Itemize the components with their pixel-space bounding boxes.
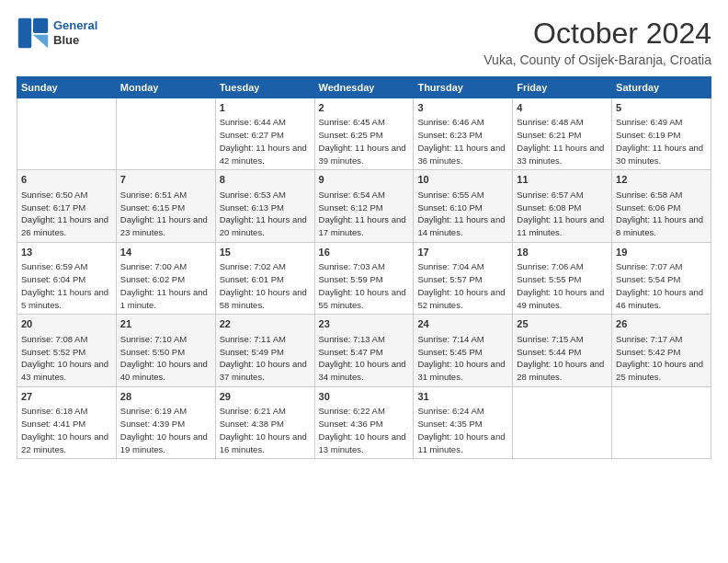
calendar-cell: 10Sunrise: 6:55 AM Sunset: 6:10 PM Dayli…	[414, 170, 513, 242]
day-info: Sunrise: 6:59 AM Sunset: 6:04 PM Dayligh…	[21, 260, 112, 311]
day-info: Sunrise: 7:13 AM Sunset: 5:47 PM Dayligh…	[319, 333, 410, 384]
calendar-cell: 27Sunrise: 6:18 AM Sunset: 4:41 PM Dayli…	[17, 386, 117, 458]
calendar-cell: 29Sunrise: 6:21 AM Sunset: 4:38 PM Dayli…	[215, 386, 314, 458]
day-info: Sunrise: 7:03 AM Sunset: 5:59 PM Dayligh…	[319, 260, 410, 311]
day-number: 12	[616, 173, 707, 187]
calendar-cell: 24Sunrise: 7:14 AM Sunset: 5:45 PM Dayli…	[414, 315, 513, 386]
day-info: Sunrise: 6:24 AM Sunset: 4:35 PM Dayligh…	[417, 405, 508, 455]
calendar-week-row: 1Sunrise: 6:44 AM Sunset: 6:27 PM Daylig…	[17, 98, 711, 170]
day-number: 15	[220, 246, 311, 259]
day-number: 24	[417, 317, 508, 331]
day-number: 1	[220, 101, 311, 115]
day-info: Sunrise: 7:07 AM Sunset: 5:54 PM Dayligh…	[616, 260, 707, 311]
day-number: 30	[319, 390, 410, 404]
logo-text: General Blue	[53, 18, 97, 47]
day-info: Sunrise: 7:06 AM Sunset: 5:55 PM Dayligh…	[517, 260, 608, 311]
calendar-cell: 4Sunrise: 6:48 AM Sunset: 6:21 PM Daylig…	[513, 98, 612, 170]
day-number: 19	[616, 246, 707, 259]
calendar-week-row: 27Sunrise: 6:18 AM Sunset: 4:41 PM Dayli…	[17, 386, 711, 458]
day-info: Sunrise: 7:10 AM Sunset: 5:50 PM Dayligh…	[120, 333, 211, 384]
day-number: 9	[319, 173, 410, 187]
calendar-cell	[116, 98, 215, 170]
weekday-header: Thursday	[414, 77, 513, 98]
day-number: 27	[21, 390, 112, 404]
day-number: 23	[319, 317, 410, 331]
day-number: 11	[517, 173, 608, 187]
day-number: 29	[220, 390, 311, 404]
day-number: 26	[616, 317, 707, 331]
day-info: Sunrise: 7:02 AM Sunset: 6:01 PM Dayligh…	[220, 260, 311, 311]
logo: General Blue	[17, 17, 97, 50]
day-number: 14	[120, 246, 211, 259]
calendar-cell: 26Sunrise: 7:17 AM Sunset: 5:42 PM Dayli…	[612, 315, 711, 386]
weekday-header: Saturday	[612, 77, 711, 98]
day-number: 4	[517, 101, 608, 115]
calendar-cell: 7Sunrise: 6:51 AM Sunset: 6:15 PM Daylig…	[116, 170, 215, 242]
calendar-cell: 28Sunrise: 6:19 AM Sunset: 4:39 PM Dayli…	[116, 386, 215, 458]
day-info: Sunrise: 6:19 AM Sunset: 4:39 PM Dayligh…	[120, 405, 211, 455]
calendar-cell: 8Sunrise: 6:53 AM Sunset: 6:13 PM Daylig…	[215, 170, 314, 242]
calendar-cell: 2Sunrise: 6:45 AM Sunset: 6:25 PM Daylig…	[314, 98, 414, 170]
calendar: SundayMondayTuesdayWednesdayThursdayFrid…	[17, 76, 711, 459]
day-info: Sunrise: 7:15 AM Sunset: 5:44 PM Dayligh…	[517, 333, 608, 384]
day-info: Sunrise: 6:51 AM Sunset: 6:15 PM Dayligh…	[120, 189, 211, 239]
calendar-cell	[513, 386, 612, 458]
calendar-cell: 20Sunrise: 7:08 AM Sunset: 5:52 PM Dayli…	[17, 315, 117, 386]
title-section: October 2024 Vuka, County of Osijek-Bara…	[483, 17, 711, 67]
weekday-header: Tuesday	[215, 77, 314, 98]
calendar-cell: 1Sunrise: 6:44 AM Sunset: 6:27 PM Daylig…	[215, 98, 314, 170]
calendar-cell: 30Sunrise: 6:22 AM Sunset: 4:36 PM Dayli…	[314, 386, 414, 458]
day-number: 20	[21, 317, 112, 331]
calendar-cell: 22Sunrise: 7:11 AM Sunset: 5:49 PM Dayli…	[215, 315, 314, 386]
page: General Blue October 2024 Vuka, County o…	[0, 0, 728, 468]
day-info: Sunrise: 7:00 AM Sunset: 6:02 PM Dayligh…	[120, 260, 211, 311]
calendar-cell: 15Sunrise: 7:02 AM Sunset: 6:01 PM Dayli…	[215, 242, 314, 314]
day-info: Sunrise: 6:18 AM Sunset: 4:41 PM Dayligh…	[21, 405, 112, 455]
calendar-cell	[17, 98, 117, 170]
day-info: Sunrise: 6:48 AM Sunset: 6:21 PM Dayligh…	[517, 116, 608, 167]
day-number: 31	[417, 390, 508, 404]
calendar-cell: 14Sunrise: 7:00 AM Sunset: 6:02 PM Dayli…	[116, 242, 215, 314]
day-info: Sunrise: 6:21 AM Sunset: 4:38 PM Dayligh…	[220, 405, 311, 455]
day-number: 13	[21, 246, 112, 259]
day-number: 6	[21, 173, 112, 187]
weekday-header: Friday	[513, 77, 612, 98]
day-info: Sunrise: 6:53 AM Sunset: 6:13 PM Dayligh…	[220, 189, 311, 239]
day-info: Sunrise: 7:08 AM Sunset: 5:52 PM Dayligh…	[21, 333, 112, 384]
day-number: 28	[120, 390, 211, 404]
day-info: Sunrise: 6:22 AM Sunset: 4:36 PM Dayligh…	[319, 405, 410, 455]
location: Vuka, County of Osijek-Baranja, Croatia	[483, 52, 711, 67]
calendar-cell: 3Sunrise: 6:46 AM Sunset: 6:23 PM Daylig…	[414, 98, 513, 170]
calendar-cell: 5Sunrise: 6:49 AM Sunset: 6:19 PM Daylig…	[612, 98, 711, 170]
day-info: Sunrise: 6:55 AM Sunset: 6:10 PM Dayligh…	[417, 189, 508, 239]
day-info: Sunrise: 6:50 AM Sunset: 6:17 PM Dayligh…	[21, 189, 112, 239]
logo-icon	[17, 17, 50, 50]
calendar-cell: 19Sunrise: 7:07 AM Sunset: 5:54 PM Dayli…	[612, 242, 711, 314]
day-info: Sunrise: 6:54 AM Sunset: 6:12 PM Dayligh…	[319, 189, 410, 239]
svg-rect-1	[33, 18, 48, 33]
calendar-week-row: 20Sunrise: 7:08 AM Sunset: 5:52 PM Dayli…	[17, 315, 711, 386]
day-info: Sunrise: 7:04 AM Sunset: 5:57 PM Dayligh…	[417, 260, 508, 311]
day-number: 16	[319, 246, 410, 259]
day-info: Sunrise: 7:17 AM Sunset: 5:42 PM Dayligh…	[616, 333, 707, 384]
weekday-header: Monday	[116, 77, 215, 98]
day-info: Sunrise: 6:45 AM Sunset: 6:25 PM Dayligh…	[319, 116, 410, 167]
calendar-cell: 9Sunrise: 6:54 AM Sunset: 6:12 PM Daylig…	[314, 170, 414, 242]
day-info: Sunrise: 6:46 AM Sunset: 6:23 PM Dayligh…	[417, 116, 508, 167]
day-info: Sunrise: 6:57 AM Sunset: 6:08 PM Dayligh…	[517, 189, 608, 239]
day-number: 25	[517, 317, 608, 331]
header: General Blue October 2024 Vuka, County o…	[17, 17, 711, 67]
calendar-week-row: 6Sunrise: 6:50 AM Sunset: 6:17 PM Daylig…	[17, 170, 711, 242]
calendar-cell: 18Sunrise: 7:06 AM Sunset: 5:55 PM Dayli…	[513, 242, 612, 314]
day-number: 21	[120, 317, 211, 331]
day-number: 10	[417, 173, 508, 187]
day-number: 5	[616, 101, 707, 115]
calendar-week-row: 13Sunrise: 6:59 AM Sunset: 6:04 PM Dayli…	[17, 242, 711, 314]
day-number: 18	[517, 246, 608, 259]
calendar-header-row: SundayMondayTuesdayWednesdayThursdayFrid…	[17, 77, 711, 98]
calendar-cell: 11Sunrise: 6:57 AM Sunset: 6:08 PM Dayli…	[513, 170, 612, 242]
day-info: Sunrise: 7:14 AM Sunset: 5:45 PM Dayligh…	[417, 333, 508, 384]
calendar-cell	[612, 386, 711, 458]
weekday-header: Sunday	[17, 77, 117, 98]
day-number: 17	[417, 246, 508, 259]
